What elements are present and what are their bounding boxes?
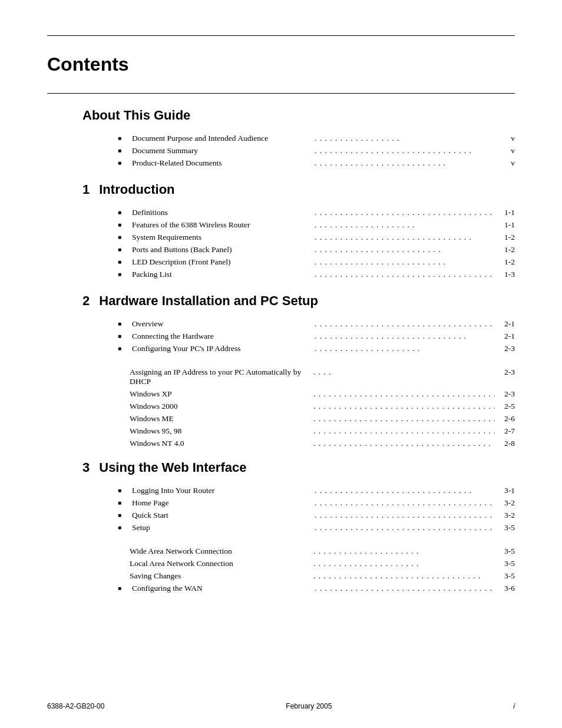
toc-entry: ■ Product-Related Documents . . . . . . … xyxy=(118,158,515,168)
sub-entry-label: Wide Area Network Connection xyxy=(130,547,311,556)
section-hardware: 2Hardware Installation and PC Setup ■ Ov… xyxy=(47,293,515,448)
section-rule xyxy=(47,93,515,94)
entry-label: Product-Related Documents xyxy=(132,158,312,168)
bullet-icon: ■ xyxy=(118,147,128,154)
entry-label: Configuring Your PC's IP Address xyxy=(132,344,312,353)
toc-entry: ■ Home Page . . . . . . . . . . . . . . … xyxy=(118,498,515,508)
section-number: 1 xyxy=(82,182,90,197)
dots: . . . . . . . . . . . . . . . . . . . . … xyxy=(313,559,495,568)
section-web: 3Using the Web Interface ■ Logging Into … xyxy=(47,460,515,593)
dots: . . . . . . . . . . . . . . . . . . . . … xyxy=(315,245,495,254)
bullet-icon: ■ xyxy=(118,234,128,240)
bullet-icon: ■ xyxy=(118,499,128,506)
entry-page: 3-2 xyxy=(497,511,515,520)
toc-sub-entry: Windows ME . . . . . . . . . . . . . . .… xyxy=(130,414,515,423)
dots: . . . . . . . . . . . . . . . . . . . . … xyxy=(313,439,495,448)
bullet-icon: ■ xyxy=(118,487,128,494)
bullet-icon: ■ xyxy=(118,135,128,141)
toc-entry: ■ Definitions . . . . . . . . . . . . . … xyxy=(118,208,515,217)
bullet-icon: ■ xyxy=(118,271,128,277)
sub-entry-label: Local Area Network Connection xyxy=(130,559,311,568)
footer-document-id: 6388-A2-GB20-00 xyxy=(47,702,104,710)
section-number: 3 xyxy=(82,460,90,475)
toc-entry: ■ Document Purpose and Intended Audience… xyxy=(118,134,515,143)
bullet-icon: ■ xyxy=(118,320,128,327)
toc-entries-about: ■ Document Purpose and Intended Audience… xyxy=(118,134,515,168)
toc-sub-entry: Local Area Network Connection . . . . . … xyxy=(130,559,515,568)
section-heading-about: About This Guide xyxy=(82,108,515,123)
dots: . . . . . . . . . . . . . . . . . . . . … xyxy=(315,319,495,329)
entry-page: v xyxy=(497,134,515,143)
entry-page: 1-2 xyxy=(497,245,515,254)
toc-entry: ■ Setup . . . . . . . . . . . . . . . . … xyxy=(118,523,515,532)
entry-page: 1-2 xyxy=(497,257,515,267)
toc-entry: ■ Ports and Buttons (Back Panel) . . . .… xyxy=(118,245,515,254)
dots: . . . . . . . . . . . . . . . . . . . . … xyxy=(315,270,495,279)
dots: . . . . . . . . . . . . . . . . . . . . … xyxy=(313,547,495,556)
dots: . . . . . . . . . . . . . . . . . . . . … xyxy=(315,498,495,508)
entry-label: Definitions xyxy=(132,208,312,217)
footer-date: February 2005 xyxy=(286,702,332,710)
toc-sub-entry: Windows 95, 98 . . . . . . . . . . . . .… xyxy=(130,426,515,436)
dots: . . . . . . . . . . . . . . . . . . . . … xyxy=(315,233,495,242)
dots: . . . . . . . . . . . . . . . . . . . . … xyxy=(315,584,495,593)
dots: . . . . . . . . . . . . . . . . . . . . … xyxy=(315,523,495,532)
entry-page: v xyxy=(497,146,515,155)
sub-entry-page: 2-6 xyxy=(497,414,515,423)
toc-extra-entries-web: ■ Configuring the WAN . . . . . . . . . … xyxy=(118,584,515,593)
entry-label: Document Summary xyxy=(132,146,312,155)
bullet-icon: ■ xyxy=(118,160,128,166)
entry-label: Connecting the Hardware xyxy=(132,332,312,341)
toc-entries-hardware: ■ Overview . . . . . . . . . . . . . . .… xyxy=(118,319,515,353)
dots: . . . . xyxy=(313,368,495,377)
dots: . . . . . . . . . . . . . . . . . . . . … xyxy=(313,426,495,436)
toc-sub-entries-hardware: Assigning an IP Address to your PC Autom… xyxy=(130,368,515,448)
section-about: About This Guide ■ Document Purpose and … xyxy=(47,108,515,168)
bullet-icon: ■ xyxy=(118,209,128,216)
toc-entry: ■ System Requirements . . . . . . . . . … xyxy=(118,233,515,242)
dots: . . . . . . . . . . . . . . . . . . . . … xyxy=(315,257,495,267)
dots: . . . . . . . . . . . . . . . . . . . . … xyxy=(315,146,495,155)
entry-label: Overview xyxy=(132,319,312,329)
toc-entry: ■ Features of the 6388 Wireless Router .… xyxy=(118,220,515,230)
toc-entries-intro: ■ Definitions . . . . . . . . . . . . . … xyxy=(118,208,515,279)
toc-sub-entry: Wide Area Network Connection . . . . . .… xyxy=(130,547,515,556)
entry-page: 2-3 xyxy=(497,344,515,353)
section-intro: 1Introduction ■ Definitions . . . . . . … xyxy=(47,182,515,279)
toc-entry: ■ Document Summary . . . . . . . . . . .… xyxy=(118,146,515,155)
section-heading-label: Using the Web Interface xyxy=(99,460,246,475)
sub-entry-page: 3-5 xyxy=(497,559,515,568)
toc-entry: ■ Configuring Your PC's IP Address . . .… xyxy=(118,344,515,353)
dots: . . . . . . . . . . . . . . . . . xyxy=(315,134,495,143)
toc-entry: ■ Quick Start . . . . . . . . . . . . . … xyxy=(118,511,515,520)
page: Contents About This Guide ■ Document Pur… xyxy=(0,0,562,728)
toc-entry: ■ LED Description (Front Panel) . . . . … xyxy=(118,257,515,267)
entry-label: Logging Into Your Router xyxy=(132,486,312,495)
toc-entry: ■ Overview . . . . . . . . . . . . . . .… xyxy=(118,319,515,329)
dots: . . . . . . . . . . . . . . . . . . . . … xyxy=(313,402,495,411)
toc-sub-entry: Assigning an IP Address to your PC Autom… xyxy=(130,368,515,386)
sub-entry-label: Assigning an IP Address to your PC Autom… xyxy=(130,368,311,386)
section-heading-label: Introduction xyxy=(99,182,174,197)
bullet-icon: ■ xyxy=(118,512,128,518)
dots: . . . . . . . . . . . . . . . . . . . . … xyxy=(315,332,495,341)
toc-entries-web: ■ Logging Into Your Router . . . . . . .… xyxy=(118,486,515,532)
dots: . . . . . . . . . . . . . . . . . . . . … xyxy=(315,511,495,520)
entry-label: Features of the 6388 Wireless Router xyxy=(132,220,312,230)
toc-entry: ■ Logging Into Your Router . . . . . . .… xyxy=(118,486,515,495)
dots: . . . . . . . . . . . . . . . . . . . . … xyxy=(315,486,495,495)
toc-entry: ■ Packing List . . . . . . . . . . . . .… xyxy=(118,270,515,279)
toc-sub-entry: Saving Changes . . . . . . . . . . . . .… xyxy=(130,571,515,581)
sub-entry-page: 2-8 xyxy=(497,439,515,448)
entry-label: Ports and Buttons (Back Panel) xyxy=(132,245,312,254)
entry-label: Configuring the WAN xyxy=(132,584,312,593)
footer: 6388-A2-GB20-00 February 2005 i xyxy=(47,702,515,710)
entry-label: Home Page xyxy=(132,498,312,508)
section-heading-web: 3Using the Web Interface xyxy=(82,460,515,475)
entry-page: 3-6 xyxy=(497,584,515,593)
toc-entry: ■ Connecting the Hardware . . . . . . . … xyxy=(118,332,515,341)
dots: . . . . . . . . . . . . . . . . . . . . … xyxy=(315,208,495,217)
top-rule xyxy=(47,35,515,36)
section-heading-label: About This Guide xyxy=(82,108,190,123)
entry-label: Setup xyxy=(132,523,312,532)
